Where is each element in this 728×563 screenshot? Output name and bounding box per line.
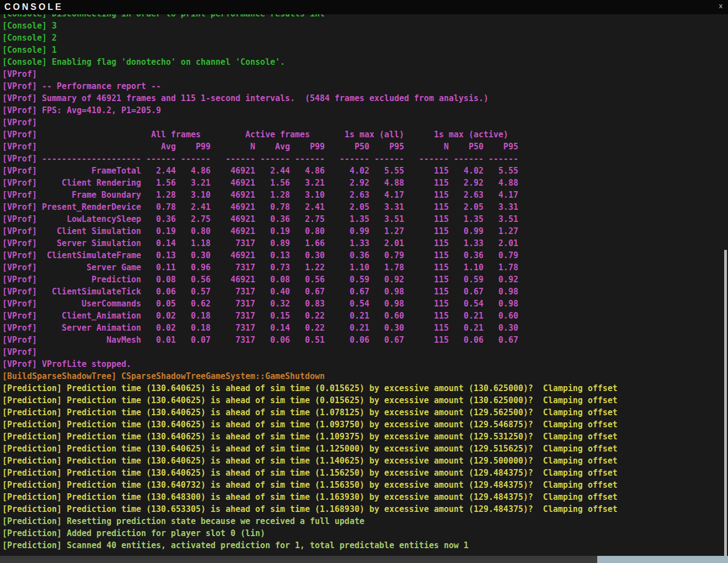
log-line: [Prediction] Prediction time (130.640625… xyxy=(2,455,618,467)
log-line: [VProf] -- Performance report -- xyxy=(2,80,618,92)
log-line: [VProf] All frames Active frames 1s max … xyxy=(2,129,618,141)
log-line: [Prediction] Prediction time (130.653305… xyxy=(2,503,618,515)
log-line: [Console] 3 xyxy=(2,20,618,32)
log-line: [VProf] Summary of 46921 frames and 115 … xyxy=(2,92,618,104)
log-line: [Prediction] Scanned 40 entities, activa… xyxy=(2,539,618,551)
log-line: [Prediction] Prediction time (130.648300… xyxy=(2,491,618,503)
log-line: [VProf] LowLatencySleep 0.36 2.75 46921 … xyxy=(2,213,618,225)
log-line: [VProf] xyxy=(2,116,618,129)
log-line: [VProf] FPS: Avg=410.2, P1=205.9 xyxy=(2,104,618,116)
horizontal-scrollbar-thumb[interactable] xyxy=(597,556,728,563)
log-line: [VProf] Prediction 0.08 0.56 46921 0.08 … xyxy=(2,274,618,286)
log-line: [VProf] Client Rendering 1.56 3.21 46921… xyxy=(2,177,618,189)
log-line: [VProf] ClientSimulateFrame 0.13 0.30 46… xyxy=(2,249,618,261)
log-line: [VProf] -------------------- ------ ----… xyxy=(2,153,618,165)
log-line: [Prediction] Prediction time (130.640625… xyxy=(2,419,618,431)
console-log[interactable]: [Console] Disconnecting in order to prin… xyxy=(2,8,618,551)
log-line: [VProf] Client Simulation 0.19 0.80 4692… xyxy=(2,225,618,237)
log-line: [Console] Enabling flag 'donotecho' on c… xyxy=(2,56,618,68)
log-line: [VProf] VProfLite stopped. xyxy=(2,358,618,370)
horizontal-scrollbar-track[interactable] xyxy=(0,556,728,563)
log-line: [VProf] Present_RenderDevice 0.78 2.41 4… xyxy=(2,201,618,213)
log-line: [VProf] Server Simulation 0.14 1.18 7317… xyxy=(2,237,618,249)
log-line: [VProf] NavMesh 0.01 0.07 7317 0.06 0.51… xyxy=(2,334,618,346)
log-line: [Prediction] Prediction time (130.640625… xyxy=(2,467,618,479)
log-line: [VProf] Server Animation 0.02 0.18 7317 … xyxy=(2,322,618,334)
console-window: { "window": { "title": "CONSOLE", "close… xyxy=(0,0,728,563)
window-title: CONSOLE xyxy=(0,2,63,12)
log-line: [VProf] Client_Animation 0.02 0.18 7317 … xyxy=(2,310,618,322)
log-line: [BuildSparseShadowTree] CSparseShadowTre… xyxy=(2,370,618,382)
log-line: [Prediction] Prediction time (130.640625… xyxy=(2,394,618,406)
log-line: [VProf] Frame Boundary 1.28 3.10 46921 1… xyxy=(2,189,618,201)
log-line: [Prediction] Prediction time (130.640625… xyxy=(2,406,618,419)
log-line: [VProf] Avg P99 N Avg P99 P50 P95 N P50 … xyxy=(2,141,618,153)
log-line: [VProf] ClientSimulateTick 0.06 0.57 731… xyxy=(2,286,618,298)
log-line: [VProf] UserCommands 0.05 0.62 7317 0.32… xyxy=(2,298,618,310)
log-line: [VProf] Server Game 0.11 0.96 7317 0.73 … xyxy=(2,261,618,274)
log-line: [VProf] FrameTotal 2.44 4.86 46921 2.44 … xyxy=(2,165,618,177)
log-line: [Prediction] Prediction time (130.640732… xyxy=(2,479,618,491)
log-line: [Prediction] Added prediction for player… xyxy=(2,527,618,539)
log-line: [Prediction] Prediction time (130.640625… xyxy=(2,443,618,455)
vertical-scrollbar-thumb[interactable] xyxy=(724,250,727,556)
log-line: [Prediction] Prediction time (130.640625… xyxy=(2,431,618,443)
log-line: [VProf] xyxy=(2,68,618,80)
log-line: [Console] 2 xyxy=(2,32,618,44)
close-button[interactable]: x xyxy=(719,2,723,10)
log-line: [Console] 1 xyxy=(2,44,618,56)
log-line: [Prediction] Resetting prediction state … xyxy=(2,515,618,527)
title-bar[interactable]: CONSOLE x xyxy=(0,0,728,14)
log-line: [Prediction] Prediction time (130.640625… xyxy=(2,382,618,394)
log-line: [VProf] xyxy=(2,346,618,358)
